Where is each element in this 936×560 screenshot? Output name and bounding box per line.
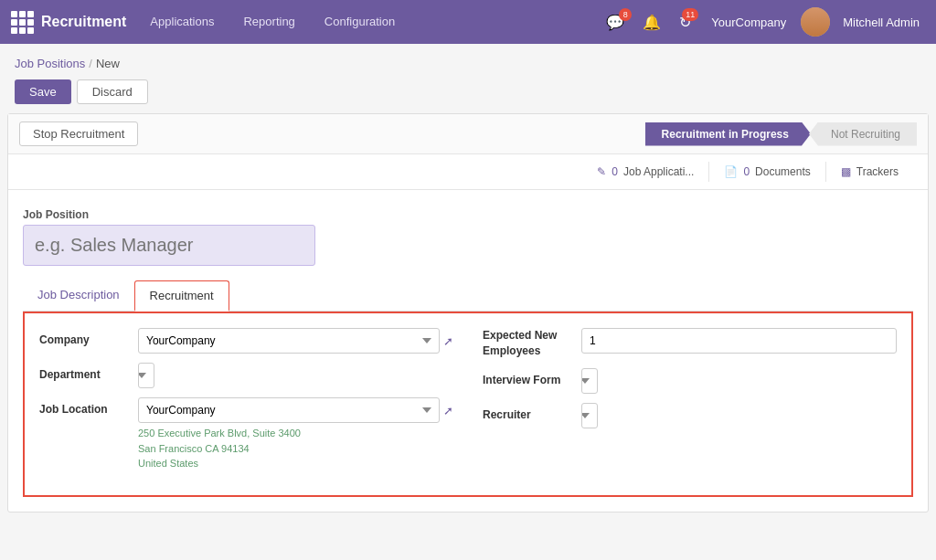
avatar[interactable] [801,7,830,37]
app-name: Recruitment [41,14,126,30]
chat-icon-btn[interactable]: 💬 8 [601,10,630,35]
department-value [138,363,453,388]
clock-badge: 11 [682,8,698,21]
department-select[interactable] [138,363,154,388]
trackers-stat-btn[interactable]: ▩ Trackers [825,162,913,182]
chart-icon: ▩ [841,165,851,178]
job-location-label: Job Location [39,397,131,416]
chat-badge: 8 [619,8,632,21]
pill-not-recruiting[interactable]: Not Recruiting [809,122,917,146]
status-pills: Recruitment in Progress Not Recruiting [645,122,917,146]
document-icon: 📄 [724,165,738,178]
nav-reporting[interactable]: Reporting [230,5,307,38]
nav-company-label[interactable]: YourCompany [704,16,793,29]
discard-button[interactable]: Discard [77,79,148,104]
action-bar: Save Discard [0,76,936,113]
job-position-label: Job Position [23,208,913,221]
tab-job-description[interactable]: Job Description [23,280,134,311]
interview-form-label: Interview Form [483,368,574,386]
nav-configuration[interactable]: Configuration [312,5,408,38]
job-location-row: Job Location YourCompany ➚ 250 Executive [39,397,453,471]
documents-label: Documents [755,165,811,178]
form-col-right: Expected New Employees Interview Form [483,328,897,481]
job-position-field-group: Job Position [23,208,913,266]
recruiter-value [581,403,897,428]
breadcrumb-separator: / [89,57,92,70]
form-area: Job Position Job Description Recruitment… [8,190,928,512]
bell-icon-btn[interactable]: 🔔 [637,10,666,35]
company-row: Company YourCompany ➚ [39,328,453,354]
breadcrumb-current: New [96,57,120,70]
page-scroll: Job Positions / New Save Discard Stop Re… [0,44,936,560]
expected-employees-row: Expected New Employees [483,328,897,359]
company-label: Company [39,328,131,346]
bell-icon: 🔔 [643,14,661,31]
save-button[interactable]: Save [15,79,71,104]
department-label: Department [39,363,131,381]
stop-recruitment-button[interactable]: Stop Recruitment [19,122,138,146]
expected-employees-label: Expected New Employees [483,328,574,359]
nav-icons-group: 💬 8 🔔 ↻ 11 YourCompany Mitchell Admin [601,7,925,37]
tab-recruitment[interactable]: Recruitment [134,280,229,312]
breadcrumb: Job Positions / New [0,44,936,76]
pencil-icon: ✎ [597,165,606,178]
address-line3: United States [138,456,453,471]
tab-content-recruitment: Company YourCompany ➚ [23,312,913,497]
stat-bar: ✎ 0 Job Applicati... 📄 0 Documents ▩ Tra… [8,154,928,190]
tabs: Job Description Recruitment [23,280,913,312]
address-line1: 250 Executive Park Blvd, Suite 3400 [138,426,453,441]
interview-form-row: Interview Form [483,368,897,394]
company-select[interactable]: YourCompany [138,328,440,354]
status-bar: Stop Recruitment Recruitment in Progress… [8,114,928,154]
job-location-ext-link-icon[interactable]: ➚ [443,404,453,417]
job-location-value: YourCompany ➚ 250 Executive Park Blvd, S… [138,397,453,471]
breadcrumb-parent[interactable]: Job Positions [15,57,85,70]
applications-stat-btn[interactable]: ✎ 0 Job Applicati... [582,162,708,182]
applications-count: 0 [612,165,618,178]
form-col-left: Company YourCompany ➚ [39,328,453,481]
job-position-input[interactable] [23,225,315,266]
recruiter-row: Recruiter [483,403,897,428]
documents-stat-btn[interactable]: 📄 0 Documents [708,162,824,182]
nav-user-label[interactable]: Mitchell Admin [837,16,925,29]
interview-form-value [581,368,897,394]
form-columns: Company YourCompany ➚ [39,328,897,481]
avatar-image [801,7,830,37]
content-area: Stop Recruitment Recruitment in Progress… [7,113,929,512]
recruiter-label: Recruiter [483,403,574,421]
pill-recruiting[interactable]: Recruitment in Progress [645,122,811,146]
documents-count: 0 [743,165,750,178]
department-row: Department [39,363,453,388]
applications-label: Job Applicati... [623,165,694,178]
job-location-select-wrap: YourCompany ➚ [138,397,453,423]
trackers-label: Trackers [856,165,899,178]
address-text: 250 Executive Park Blvd, Suite 3400 San … [138,426,453,471]
job-location-select[interactable]: YourCompany [138,397,440,423]
app-logo[interactable]: Recruitment [11,11,126,34]
grid-icon [11,11,34,34]
company-ext-link-icon[interactable]: ➚ [443,334,453,348]
recruiter-select[interactable] [581,403,598,428]
clock-icon-btn[interactable]: ↻ 11 [674,10,697,35]
nav-applications[interactable]: Applications [137,5,227,38]
interview-form-select[interactable] [581,368,598,394]
company-value: YourCompany ➚ [138,328,453,354]
company-select-wrap: YourCompany ➚ [138,328,453,354]
expected-employees-value [581,328,897,354]
expected-employees-input[interactable] [581,328,897,354]
address-line2: San Francisco CA 94134 [138,441,453,457]
top-navigation: Recruitment Applications Reporting Confi… [0,0,936,44]
